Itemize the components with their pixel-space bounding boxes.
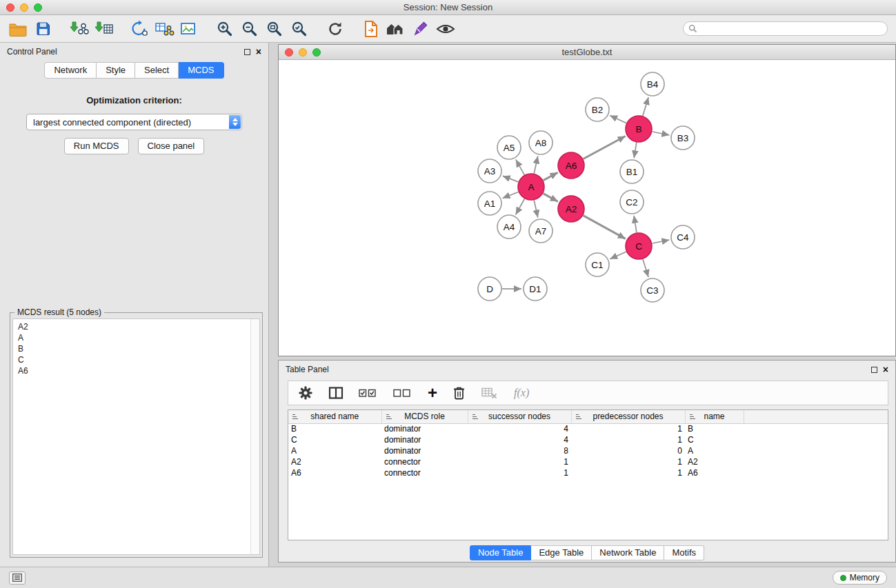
zoom-selected-icon[interactable] <box>287 18 312 40</box>
tab-network[interactable]: Network <box>44 62 97 79</box>
close-panel-button[interactable]: Close panel <box>138 138 205 154</box>
network-minimize-button[interactable] <box>299 48 307 57</box>
column-header[interactable]: predecessor nodes <box>571 410 685 423</box>
edge-A-A3[interactable] <box>503 176 519 182</box>
memory-button[interactable]: Memory <box>833 571 887 585</box>
node-A7[interactable]: A7 <box>529 219 552 243</box>
node-B2[interactable]: B2 <box>586 98 609 121</box>
network-table-icon[interactable] <box>152 18 177 40</box>
result-item[interactable]: B <box>18 343 250 354</box>
node-B1[interactable]: B1 <box>620 160 644 183</box>
tab-style[interactable]: Style <box>97 62 135 79</box>
column-header[interactable]: successor nodes <box>468 410 571 423</box>
node-A6[interactable]: A6 <box>558 152 584 179</box>
edge-A2-C[interactable] <box>584 216 626 239</box>
close-table-panel-icon[interactable]: × <box>883 366 888 373</box>
close-panel-icon[interactable]: × <box>256 48 261 55</box>
node-C1[interactable]: C1 <box>586 253 609 276</box>
edge-C-C1[interactable] <box>610 252 626 259</box>
node-C[interactable]: C <box>626 233 652 259</box>
edge-B-B4[interactable] <box>643 97 648 116</box>
node-D1[interactable]: D1 <box>524 277 547 301</box>
show-columns-icon[interactable] <box>328 386 344 400</box>
result-item[interactable]: A6 <box>18 365 250 376</box>
result-scrollbar[interactable] <box>250 319 259 554</box>
edge-B-B1[interactable] <box>634 143 637 159</box>
node-A2[interactable]: A2 <box>558 196 584 222</box>
column-header[interactable]: name <box>685 410 744 423</box>
edge-A-A7[interactable] <box>534 201 537 218</box>
node-D[interactable]: D <box>478 277 501 301</box>
network-graph[interactable]: B4B2BB3A8A5A6B1A3AC2A1A2A4A7C4CC1C3DD1 <box>279 60 895 355</box>
gear-icon[interactable] <box>298 385 313 401</box>
tab-edge-table[interactable]: Edge Table <box>531 545 592 560</box>
edge-B-B2[interactable] <box>610 115 626 123</box>
tab-node-table[interactable]: Node Table <box>470 545 532 560</box>
import-table-icon[interactable] <box>91 18 116 40</box>
network-close-button[interactable] <box>285 48 293 57</box>
refresh-icon[interactable] <box>323 18 348 40</box>
node-C3[interactable]: C3 <box>641 278 664 302</box>
select-all-icon[interactable] <box>359 387 378 399</box>
edge-A-A6[interactable] <box>544 172 558 180</box>
node-A1[interactable]: A1 <box>478 192 501 215</box>
search-input[interactable] <box>697 24 882 34</box>
tab-select[interactable]: Select <box>135 62 179 79</box>
table-row[interactable]: Bdominator41B <box>288 423 888 434</box>
function-builder-icon[interactable]: f(x) <box>514 387 529 399</box>
edge-C-C3[interactable] <box>643 259 648 277</box>
node-B[interactable]: B <box>626 116 652 142</box>
tab-motifs[interactable]: Motifs <box>664 545 704 560</box>
delete-table-icon[interactable] <box>481 386 499 400</box>
node-A8[interactable]: A8 <box>529 131 552 154</box>
edge-C-C2[interactable] <box>634 216 637 232</box>
node-A3[interactable]: A3 <box>478 159 501 183</box>
table-row[interactable]: Cdominator41C <box>288 434 888 445</box>
export-image-icon[interactable] <box>177 18 201 40</box>
search-field[interactable] <box>683 21 888 36</box>
apply-style-icon[interactable] <box>408 18 433 40</box>
result-item[interactable]: A2 <box>18 321 250 332</box>
minimize-window-button[interactable] <box>20 3 28 12</box>
open-folder-icon[interactable] <box>6 18 30 40</box>
node-A5[interactable]: A5 <box>497 136 521 159</box>
node-C2[interactable]: C2 <box>620 190 644 214</box>
edge-C-C4[interactable] <box>653 240 670 243</box>
import-network-icon[interactable] <box>66 18 91 40</box>
network-zoom-button[interactable] <box>312 48 321 57</box>
run-mcds-button[interactable]: Run MCDS <box>64 138 129 154</box>
close-window-button[interactable] <box>6 3 14 12</box>
node-A[interactable]: A <box>518 174 544 200</box>
network-canvas[interactable]: B4B2BB3A8A5A6B1A3AC2A1A2A4A7C4CC1C3DD1 <box>279 60 895 356</box>
float-panel-icon[interactable] <box>244 49 250 55</box>
column-header[interactable]: shared name <box>288 410 381 423</box>
edge-A-A8[interactable] <box>534 156 537 174</box>
edge-A-A2[interactable] <box>544 194 558 202</box>
zoom-in-icon[interactable] <box>212 18 237 40</box>
deselect-all-icon[interactable] <box>393 387 412 399</box>
edge-A-A5[interactable] <box>516 159 524 174</box>
zoom-fit-icon[interactable] <box>262 18 287 40</box>
export-document-icon[interactable] <box>359 18 384 40</box>
edge-A-A1[interactable] <box>503 192 519 198</box>
node-A4[interactable]: A4 <box>497 215 521 239</box>
node-B3[interactable]: B3 <box>671 126 695 150</box>
node-B4[interactable]: B4 <box>641 72 664 96</box>
edge-A-A4[interactable] <box>516 199 525 215</box>
add-column-icon[interactable]: + <box>428 386 437 400</box>
home-networks-icon[interactable] <box>384 18 408 40</box>
task-history-button[interactable] <box>9 571 26 585</box>
optimization-criterion-dropdown[interactable]: largest connected component (directed) <box>26 114 242 130</box>
table-row[interactable]: A6connector11A6 <box>288 467 888 478</box>
zoom-out-icon[interactable] <box>237 18 262 40</box>
result-item[interactable]: C <box>18 354 250 365</box>
tab-network-table[interactable]: Network Table <box>592 545 664 560</box>
zoom-window-button[interactable] <box>34 3 42 12</box>
panel-divider[interactable] <box>269 43 278 567</box>
table-row[interactable]: Adominator80A <box>288 445 888 456</box>
edge-A6-B[interactable] <box>584 136 626 159</box>
node-C4[interactable]: C4 <box>671 225 695 249</box>
float-table-panel-icon[interactable] <box>871 367 877 373</box>
column-header[interactable]: MCDS role <box>381 410 468 423</box>
table-row[interactable]: A2connector11A2 <box>288 456 888 467</box>
